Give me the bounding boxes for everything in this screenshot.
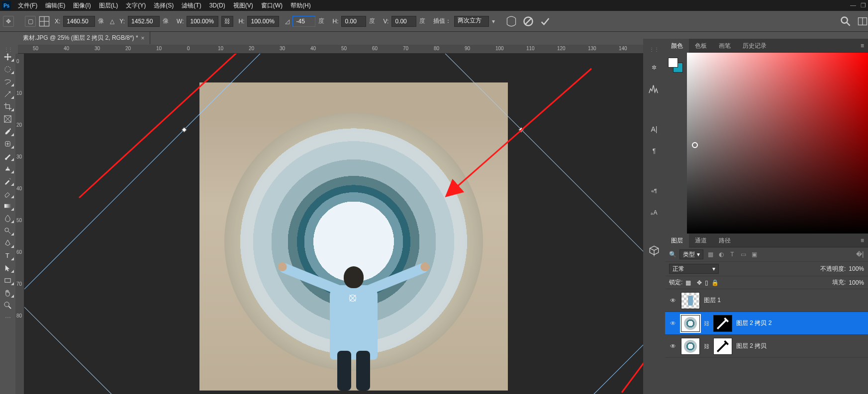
y-input[interactable] bbox=[128, 16, 160, 27]
chevron-down-icon[interactable]: ▾ bbox=[492, 18, 500, 25]
menu-image[interactable]: 图像(I) bbox=[69, 1, 95, 10]
link-wh-icon[interactable]: ⛓ bbox=[221, 16, 233, 27]
lock-artboard-icon[interactable]: ▯ bbox=[705, 279, 708, 286]
layer-mask-thumbnail[interactable] bbox=[713, 338, 732, 355]
history-brush-tool[interactable] bbox=[1, 175, 14, 186]
canvas[interactable] bbox=[24, 54, 643, 394]
tab-brushes[interactable]: 画笔 bbox=[713, 39, 737, 53]
opacity-value[interactable]: 100% bbox=[849, 265, 864, 272]
healing-brush-tool[interactable] bbox=[1, 138, 14, 149]
commit-icon[interactable] bbox=[540, 16, 551, 27]
mask-link-icon[interactable]: ⛓ bbox=[704, 343, 709, 349]
blur-tool[interactable] bbox=[1, 213, 14, 224]
filter-shape-icon[interactable]: ▭ bbox=[739, 250, 747, 258]
window-maximize-icon[interactable]: ❐ bbox=[858, 2, 868, 9]
gradient-tool[interactable] bbox=[1, 200, 14, 211]
filter-type-icon[interactable]: T bbox=[728, 250, 736, 258]
zoom-tool[interactable] bbox=[1, 300, 14, 311]
layer-thumbnail[interactable] bbox=[681, 315, 700, 332]
close-icon[interactable]: × bbox=[141, 35, 145, 42]
rectangle-tool[interactable] bbox=[1, 275, 14, 286]
ruler-vertical[interactable]: 0 10 20 30 40 50 60 70 80 bbox=[15, 54, 24, 394]
layer-name[interactable]: 图层 2 拷贝 2 bbox=[736, 319, 772, 327]
filter-toggle-icon[interactable]: �ǀ bbox=[856, 250, 864, 258]
tools-grip[interactable] bbox=[2, 47, 14, 50]
move-tool[interactable] bbox=[1, 51, 14, 62]
reference-grid-icon[interactable] bbox=[39, 16, 50, 27]
blend-mode-select[interactable]: 正常▾ bbox=[669, 264, 719, 274]
tab-swatches[interactable]: 色板 bbox=[689, 39, 713, 53]
dodge-tool[interactable] bbox=[1, 225, 14, 236]
eyedropper-tool[interactable] bbox=[1, 126, 14, 137]
arrange-docs-icon[interactable] bbox=[857, 16, 868, 27]
char-styles-panel-icon[interactable]: ₐA bbox=[648, 206, 661, 219]
hand-tool[interactable] bbox=[1, 287, 14, 298]
strip-grip[interactable]: ⋮⋮ bbox=[649, 47, 659, 52]
menu-layer[interactable]: 图层(L) bbox=[95, 1, 122, 10]
warp-icon[interactable] bbox=[506, 16, 517, 27]
character-panel-icon[interactable]: A| bbox=[648, 123, 661, 136]
marquee-tool[interactable] bbox=[1, 64, 14, 75]
skew-v-input[interactable] bbox=[391, 16, 416, 27]
crop-tool[interactable] bbox=[1, 101, 14, 112]
lock-move-icon[interactable]: ✥ bbox=[697, 279, 702, 286]
glyphs-panel-icon[interactable]: «¶ bbox=[648, 184, 661, 197]
filter-pixel-icon[interactable]: ▦ bbox=[706, 250, 714, 258]
clone-stamp-tool[interactable] bbox=[1, 163, 14, 174]
edit-toolbar-icon[interactable]: ⋯ bbox=[1, 312, 14, 323]
menu-3d[interactable]: 3D(D) bbox=[205, 2, 229, 9]
document-tab[interactable]: 素材.JPG @ 25% (图层 2 拷贝 2, RGB/8*) * × bbox=[18, 31, 150, 44]
pen-tool[interactable] bbox=[1, 237, 14, 248]
w-input[interactable] bbox=[187, 16, 218, 27]
tab-channels[interactable]: 通道 bbox=[689, 234, 713, 247]
h-input[interactable] bbox=[247, 16, 279, 27]
menu-window[interactable]: 窗口(W) bbox=[257, 1, 287, 10]
brush-tool[interactable] bbox=[1, 151, 14, 161]
ruler-horizontal[interactable]: 50 40 30 20 10 0 10 20 30 40 50 60 70 80… bbox=[18, 45, 643, 54]
tab-color[interactable]: 颜色 bbox=[665, 39, 689, 53]
search-icon[interactable]: 🔍 bbox=[669, 251, 676, 258]
transform-handle[interactable] bbox=[182, 127, 187, 133]
menu-file[interactable]: 文件(F) bbox=[14, 1, 41, 10]
menu-filter[interactable]: 滤镜(T) bbox=[178, 1, 205, 10]
interp-select[interactable]: 两次立方 bbox=[454, 16, 489, 27]
menu-view[interactable]: 视图(V) bbox=[229, 1, 257, 10]
type-tool[interactable]: T bbox=[1, 250, 14, 261]
transform-mode-icon[interactable]: ✥ bbox=[3, 16, 14, 27]
menu-edit[interactable]: 编辑(E) bbox=[41, 1, 69, 10]
tab-layers[interactable]: 图层 bbox=[665, 234, 689, 247]
histogram-panel-icon[interactable] bbox=[648, 83, 661, 96]
mask-link-icon[interactable]: ⛓ bbox=[704, 320, 709, 326]
transform-handle[interactable] bbox=[518, 127, 524, 133]
color-picker-cursor[interactable] bbox=[692, 142, 698, 148]
visibility-icon[interactable]: 👁 bbox=[669, 343, 677, 350]
search-icon[interactable] bbox=[840, 16, 851, 27]
layer-thumbnail[interactable] bbox=[681, 338, 700, 355]
menu-help[interactable]: 帮助(H) bbox=[287, 1, 315, 10]
panel-menu-icon[interactable]: ≡ bbox=[857, 42, 868, 49]
frame-tool[interactable] bbox=[1, 113, 14, 124]
x-input[interactable] bbox=[63, 16, 95, 27]
window-minimize-icon[interactable]: — bbox=[848, 2, 858, 9]
layer-row[interactable]: 👁 图层 1 bbox=[665, 289, 868, 312]
color-picker-field[interactable] bbox=[687, 53, 868, 234]
lock-all-icon[interactable]: 🔒 bbox=[711, 279, 719, 286]
lasso-tool[interactable] bbox=[1, 76, 14, 87]
brightness-panel-icon[interactable]: ✲ bbox=[648, 61, 661, 74]
skew-h-input[interactable] bbox=[341, 16, 366, 27]
layer-mask-thumbnail[interactable] bbox=[713, 315, 732, 332]
layer-row[interactable]: 👁 ⛓ 图层 2 拷贝 bbox=[665, 335, 868, 358]
layer-name[interactable]: 图层 1 bbox=[704, 296, 721, 305]
filter-smart-icon[interactable]: ▣ bbox=[750, 250, 758, 258]
filter-kind-select[interactable]: 类型▾ bbox=[679, 249, 703, 259]
reference-point-icon[interactable]: ▢ bbox=[25, 16, 36, 27]
tab-history[interactable]: 历史记录 bbox=[737, 39, 772, 53]
canvas-image[interactable] bbox=[199, 82, 508, 391]
visibility-icon[interactable]: 👁 bbox=[669, 320, 677, 327]
fill-value[interactable]: 100% bbox=[849, 279, 864, 286]
magic-wand-tool[interactable] bbox=[1, 88, 14, 99]
panel-menu-icon[interactable]: ≡ bbox=[857, 237, 868, 244]
eraser-tool[interactable] bbox=[1, 188, 14, 199]
lock-pixels-icon[interactable]: ▦ bbox=[685, 279, 691, 286]
paragraph-panel-icon[interactable]: ¶ bbox=[648, 145, 661, 158]
